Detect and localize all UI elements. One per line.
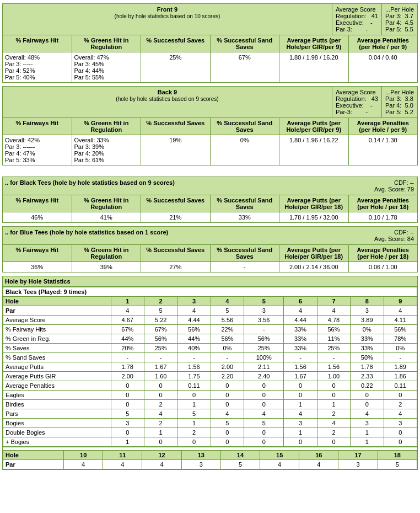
blut-avg-penalties: 0.06 / 1.00	[349, 262, 418, 272]
bt-col2-header: % Greens Hit in Regulation	[72, 195, 142, 212]
back9-par4-ph-val: 5.0	[405, 102, 413, 109]
table-row: Hole123456789	[3, 297, 417, 306]
back9-title-text: Back 9	[158, 89, 177, 95]
back9-greens: Overall: 33% Par 3: 39% Par 4: 20% Par 5…	[72, 135, 142, 165]
back9-par3-ph-val: 3.8	[405, 95, 413, 102]
front9-col5-header: Average Putts (per Hole/per GIR/per 9)	[279, 35, 349, 52]
blue-tees-header: .. for Blue Tees (hole by hole statistic…	[3, 227, 417, 244]
back9-perhole-label: ...Per Hole	[385, 89, 414, 95]
bt-col6-header: Average Penalties (per Hole / per 18)	[349, 195, 418, 212]
table-row: Par454534434	[3, 306, 417, 316]
back9-avg-penalties: 0.14 / 1.30	[349, 135, 418, 165]
front9-par5-ph-label: Par 5:	[385, 26, 401, 33]
back9-col5-header: Average Putts (per Hole/per GIR/per 9)	[279, 118, 349, 135]
table-row: Eagles000000000	[3, 391, 417, 400]
blut-col2-header: % Greens Hit in Regulation	[72, 245, 142, 261]
front9-perhole-label: ...Per Hole	[385, 6, 414, 13]
front9-subtitle: (hole by hole statistics based on 10 sco…	[115, 13, 220, 19]
back9-reg-val: 43	[371, 95, 378, 102]
back9-data-row: Overall: 42% Par 3: ------ Par 4: 47% Pa…	[3, 135, 417, 165]
hole-stats-title: Hole by Hole Statistics	[3, 276, 417, 287]
bt-col1-header: % Fairways Hit	[3, 195, 72, 212]
bt-col3-header: % Successful Saves	[141, 195, 211, 212]
blut-col3-header: % Successful Saves	[141, 245, 211, 261]
hole-stats-section: Hole by Hole Statistics Black Tees (Play…	[2, 276, 418, 470]
blut-greens: 39%	[72, 262, 142, 272]
back9-avg-putts: 1.80 / 1.96 / 16.22	[279, 135, 349, 165]
table-row: Average Putts1.781.671.562.002.111.561.5…	[3, 362, 417, 372]
table-row: Average Penalties000.1100000.220.11	[3, 381, 417, 391]
back9-title: Back 9 (hole by hole statistics based on…	[3, 87, 332, 117]
front9-reg-val: 41	[371, 13, 378, 19]
back9-reg-label: Regulation:	[336, 95, 367, 102]
bt-col5-header: Average Putts (per Hole/per GIR/per 18)	[279, 195, 349, 212]
front9-saves: 25%	[141, 52, 211, 82]
blut-sand-saves: -	[211, 262, 280, 272]
table-row: % Green in Reg.44%56%44%56%56%33%11%33%7…	[3, 334, 417, 344]
black-tees-title: .. for Black Tees (hole by hole statisti…	[3, 177, 371, 195]
table-row: Hole101112131415161718	[3, 451, 417, 460]
front9-greens: Overall: 47% Par 3: 45% Par 4: 44% Par 5…	[72, 52, 142, 82]
blut-avg-putts: 2.00 / 2.14 / 36.00	[279, 262, 349, 272]
blue-tees-section: .. for Blue Tees (hole by hole statistic…	[2, 226, 418, 272]
table-row: % Saves20%25%40%0%25%33%25%33%0%	[3, 344, 417, 353]
back9-col2-header: % Greens Hit in Regulation	[72, 118, 142, 135]
back9-par3-label: Par-3:	[336, 109, 352, 115]
front9-par3-ph-label: Par 3:	[385, 13, 401, 19]
front9-col4-header: % Successful Sand Saves	[211, 35, 280, 52]
back9-par3-val: -	[365, 109, 368, 115]
bt-avg-penalties: 0.10 / 1.78	[349, 212, 418, 222]
blut-col6-header: Average Penalties (per Hole / per 18)	[349, 245, 418, 261]
back9-par5-ph-val: 5.2	[405, 109, 413, 115]
front9-reg-label: Regulation:	[336, 13, 367, 19]
front9-data-row: Overall: 48% Par 3: ----- Par 4: 52% Par…	[3, 52, 417, 82]
hole-stats-table: Black Tees (Played: 9 times)Hole12345678…	[3, 287, 417, 447]
front9-sand-saves: 67%	[211, 52, 280, 82]
front9-section: Front 9 (hole by hole statistics based o…	[2, 3, 418, 83]
back9-exec-val: -	[370, 102, 373, 109]
back9-col-headers: % Fairways Hit % Greens Hit in Regulatio…	[3, 117, 417, 135]
back9-par5-ph-label: Par 5:	[385, 109, 401, 115]
front9-col2-header: % Greens Hit in Regulation	[72, 35, 142, 52]
back9-subtitle: (hole by hole statistics based on 9 scor…	[116, 96, 218, 102]
back9-section: Back 9 (hole by hole statistics based on…	[2, 86, 418, 165]
black-tees-data-row: 46% 41% 21% 33% 1.78 / 1.95 / 32.00 0.10…	[3, 212, 417, 222]
table-row: Birdies021001102	[3, 400, 417, 409]
table-row: Bogies321553433	[3, 419, 417, 428]
front9-par3-val: -	[365, 26, 368, 33]
bt-saves: 21%	[141, 212, 211, 222]
blut-col5-header: Average Putts (per Hole/per GIR/per 18)	[279, 245, 349, 261]
front9-par3-ph-val: 3.7	[405, 13, 413, 19]
black-tees-cdf: CDF: -- Avg. Score: 79	[371, 177, 417, 195]
blut-saves: 27%	[141, 262, 211, 272]
blut-fairways: 36%	[3, 262, 72, 272]
front9-title: Front 9 (hole by hole statistics based o…	[3, 4, 332, 35]
bt-avg-putts: 1.78 / 1.95 / 32.00	[279, 212, 349, 222]
table-row: % Fairway Hits67%67%56%22%-33%56%0%56%	[3, 325, 417, 334]
blue-tees-cdf: CDF: -- Avg. Score: 84	[371, 227, 417, 244]
hole-stats-table2: Hole101112131415161718Par444354435	[3, 450, 417, 469]
front9-col1-header: % Fairways Hit	[3, 35, 72, 52]
bt-fairways: 46%	[3, 212, 72, 222]
back9-col6-header: Average Penalties (per Hole / per 9)	[349, 118, 418, 135]
front9-par4-ph-val: 4.5	[405, 19, 413, 26]
front9-avg-label: Average Score	[336, 6, 376, 13]
front9-title-text: Front 9	[157, 6, 177, 13]
table-row: Average Putts GIR2.001.601.752.202.401.6…	[3, 372, 417, 381]
blut-col4-header: % Successful Sand Saves	[211, 245, 280, 261]
back9-col3-header: % Successful Saves	[141, 118, 211, 135]
table-row: % Sand Saves----100%--50%-	[3, 353, 417, 362]
blue-tees-title: .. for Blue Tees (hole by hole statistic…	[3, 227, 371, 244]
front9-par4-ph-label: Par 4:	[385, 19, 401, 26]
front9-avg-scores: Average Score Regulation: 41 Executive: …	[332, 4, 382, 35]
front9-avg-putts: 1.80 / 1.98 / 16.20	[279, 52, 349, 82]
back9-sand-saves: 0%	[211, 135, 280, 165]
bt-sand-saves: 33%	[211, 212, 280, 222]
front9-exec-label: Executive:	[336, 19, 364, 26]
front9-col3-header: % Successful Saves	[141, 35, 211, 52]
blut-col1-header: % Fairways Hit	[3, 245, 72, 261]
black-tees-section: .. for Black Tees (hole by hole statisti…	[2, 177, 418, 223]
back9-header: Back 9 (hole by hole statistics based on…	[3, 87, 417, 117]
table-row: + Bogies100000010	[3, 437, 417, 447]
bt-greens: 41%	[72, 212, 142, 222]
